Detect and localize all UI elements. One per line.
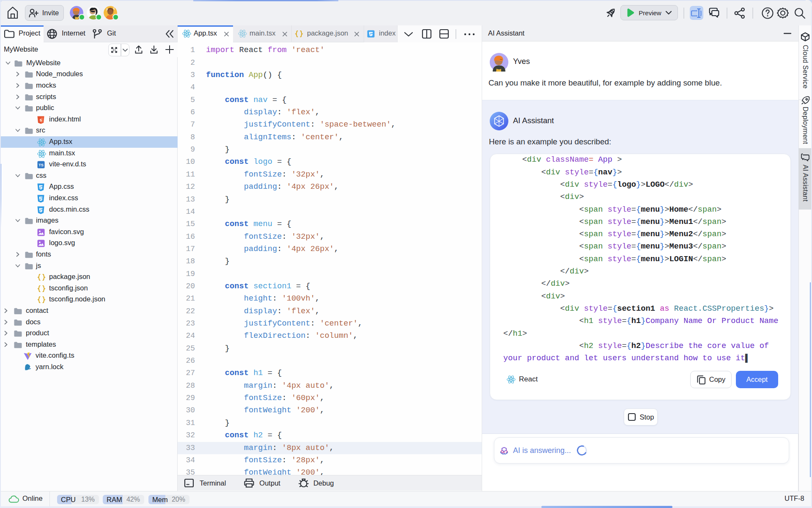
svg-text:5: 5 bbox=[40, 118, 42, 122]
svg-text:TS: TS bbox=[38, 163, 44, 167]
